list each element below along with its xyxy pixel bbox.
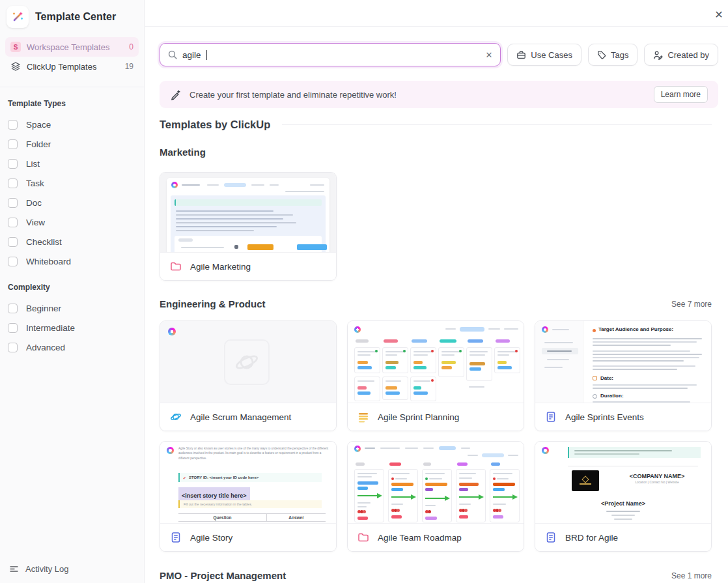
created-by-button[interactable]: Created by	[644, 44, 718, 66]
divider	[282, 124, 712, 125]
filter-beginner[interactable]: Beginner	[7, 298, 137, 318]
sidebar-header: Template Center	[0, 0, 144, 33]
card-agile-sprint-planning[interactable]: Agile Sprint Planning	[347, 320, 524, 431]
checkbox[interactable]	[8, 120, 18, 130]
filter-advanced[interactable]: Advanced	[7, 337, 137, 357]
sidebar-filters: Template Types Space Folder List Task Do…	[0, 87, 144, 357]
checkbox[interactable]	[8, 139, 18, 149]
filter-label: Intermediate	[26, 323, 75, 333]
checkbox[interactable]	[8, 198, 18, 208]
card-agile-sprints-events[interactable]: Target Audience and Purpose: Date: Durat…	[535, 320, 712, 431]
filter-whiteboard[interactable]: Whiteboard	[7, 251, 137, 271]
filter-doc[interactable]: Doc	[7, 193, 137, 212]
thumb-heading: Duration:	[600, 393, 624, 399]
card-footer: Agile Scrum Management	[160, 403, 336, 431]
card-label: Agile Scrum Management	[190, 412, 291, 422]
thumb-story-title: <insert story title here>	[182, 492, 247, 499]
checkbox[interactable]	[8, 323, 18, 333]
card-brd-for-agile[interactable]: <COMPANY NAME> Location | Contact No | W…	[535, 441, 712, 552]
template-center-window: Template Center S Workspace Templates 0 …	[0, 0, 728, 583]
doc-icon	[545, 411, 557, 423]
checkbox[interactable]	[8, 218, 18, 227]
card-footer: Agile Sprints Events	[535, 403, 711, 431]
templates-by-clickup-header: Templates by ClickUp	[160, 119, 712, 131]
card-thumbnail	[160, 321, 336, 403]
marketing-header: Marketing	[160, 147, 712, 158]
thumb-story-id: STORY ID: <insert your ID code here>	[189, 476, 259, 479]
search-value: agile	[182, 50, 201, 60]
search-input[interactable]: agile ✕	[160, 43, 501, 66]
created-by-label: Created by	[667, 50, 709, 60]
thumb-project-name: <Project Name>	[535, 500, 711, 507]
activity-log-button[interactable]: Activity Log	[0, 554, 144, 583]
sidebar-item-label: ClickUp Templates	[27, 62, 96, 72]
card-label: Agile Sprints Events	[565, 412, 644, 422]
topbar: ✕	[145, 0, 728, 27]
close-icon[interactable]: ✕	[711, 7, 727, 22]
checkbox[interactable]	[8, 237, 18, 247]
folder-icon	[357, 532, 369, 543]
filter-intermediate[interactable]: Intermediate	[7, 318, 137, 337]
checkbox[interactable]	[8, 159, 18, 169]
see-more-link[interactable]: See 1 more	[671, 571, 712, 580]
card-agile-scrum-management[interactable]: Agile Scrum Management	[160, 320, 337, 431]
filter-list[interactable]: List	[7, 154, 137, 173]
card-agile-story[interactable]: Agile Story or also known as user storie…	[160, 441, 337, 552]
checkbox[interactable]	[8, 257, 18, 266]
complexity-title: Complexity	[8, 283, 137, 292]
activity-log-label: Activity Log	[25, 564, 68, 574]
clear-search-icon[interactable]: ✕	[485, 50, 492, 60]
filter-task[interactable]: Task	[7, 173, 137, 193]
group-title: Engineering & Product	[160, 298, 266, 309]
banner-text: Create your first template and eliminate…	[189, 90, 397, 100]
template-center-logo-icon	[7, 6, 29, 28]
card-footer: Agile Team Roadmap	[348, 523, 524, 551]
sidebar-item-clickup-templates[interactable]: ClickUp Templates 19	[5, 57, 139, 76]
planet-icon	[170, 411, 182, 423]
card-footer: BRD for Agile	[535, 523, 711, 551]
workspace-badge: S	[10, 42, 21, 52]
thumb-table-answer: Answer	[288, 515, 303, 520]
thumb-table-question: Question	[213, 515, 231, 520]
sidebar-item-label: Workspace Templates	[27, 42, 109, 52]
filter-label: Checklist	[26, 237, 62, 247]
page-title: Template Center	[35, 11, 116, 23]
thumb-heading: Target Audience and Purpose:	[598, 326, 673, 332]
card-thumbnail: Agile Story or also known as user storie…	[160, 442, 336, 524]
filter-view[interactable]: View	[7, 212, 137, 232]
activity-log-icon	[9, 564, 19, 574]
search-row: agile ✕ Use Cases Ta	[160, 43, 718, 66]
filter-checklist[interactable]: Checklist	[7, 232, 137, 251]
thumb-paragraph: Agile Story or also known as user storie…	[178, 446, 329, 473]
filter-space[interactable]: Space	[7, 115, 137, 134]
see-more-link[interactable]: See 7 more	[671, 300, 712, 309]
engineering-header: Engineering & Product See 7 more	[160, 298, 712, 309]
card-thumbnail	[348, 321, 524, 403]
checkbox[interactable]	[8, 178, 18, 188]
card-agile-team-roadmap[interactable]: Agile Team Roadmap	[347, 441, 524, 552]
sidebar-nav: S Workspace Templates 0 ClickUp Template…	[0, 33, 144, 76]
layers-icon	[10, 61, 21, 72]
text-caret	[206, 50, 207, 60]
filter-label: Beginner	[26, 304, 61, 313]
card-thumbnail: Target Audience and Purpose: Date: Durat…	[535, 321, 711, 403]
use-cases-button[interactable]: Use Cases	[507, 44, 581, 66]
card-thumbnail: <COMPANY NAME> Location | Contact No | W…	[535, 442, 711, 524]
clickup-count: 19	[125, 62, 133, 71]
group-title: PMO - Project Management	[160, 570, 286, 581]
checkbox[interactable]	[8, 343, 18, 352]
card-thumbnail	[160, 173, 336, 255]
template-types-title: Template Types	[8, 99, 137, 108]
learn-more-button[interactable]: Learn more	[654, 86, 708, 103]
checkbox[interactable]	[8, 304, 18, 313]
card-label: Agile Marketing	[190, 262, 251, 272]
main-content: ✕ agile ✕ Use Cases	[145, 0, 728, 583]
tags-button[interactable]: Tags	[588, 44, 637, 66]
group-title: Marketing	[160, 147, 206, 158]
card-footer: Agile Sprint Planning	[348, 403, 524, 431]
filter-folder[interactable]: Folder	[7, 134, 137, 154]
folder-icon	[170, 261, 182, 272]
thumb-note: Fill out the necessary information in th…	[184, 502, 252, 505]
sidebar-item-workspace-templates[interactable]: S Workspace Templates 0	[5, 37, 139, 57]
card-agile-marketing[interactable]: Agile Marketing	[160, 172, 337, 281]
